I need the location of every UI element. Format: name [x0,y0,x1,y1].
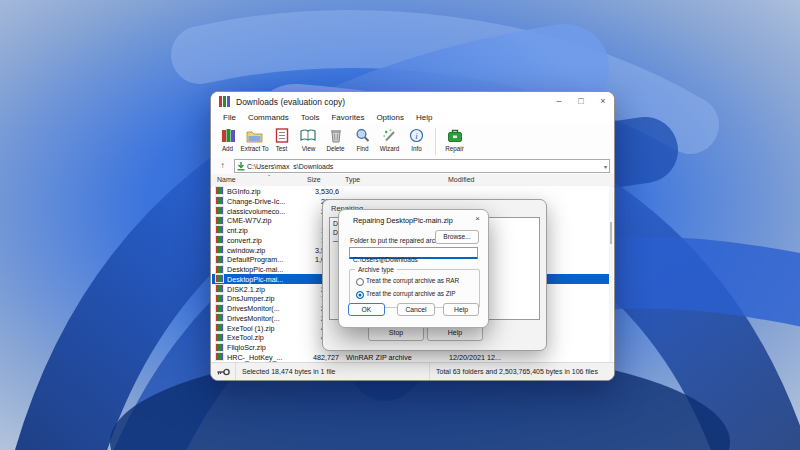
open-book-icon [299,127,319,144]
address-combo[interactable]: ▾ [234,159,610,173]
file-modified: 12/20/2021 12... [449,353,501,362]
file-name: BGInfo.zip [227,187,261,196]
test-button[interactable]: Test [268,127,295,152]
file-name: convert.zip [227,236,262,245]
menu-commands[interactable]: Commands [242,111,295,125]
status-key-cell [211,363,236,380]
title-bar[interactable]: Downloads (evaluation copy) – □ × [211,92,614,111]
scrollbar-thumb[interactable] [610,222,612,244]
menu-tools[interactable]: Tools [295,111,326,125]
toolbar-separator [435,128,436,155]
radio-rar[interactable] [356,278,364,286]
file-row[interactable]: BGInfo.zip3,530,6 [212,186,609,196]
zip-file-icon [216,207,223,214]
radio-zip[interactable] [356,291,364,299]
archive-type-label: Archive type [355,266,397,273]
zip-file-icon [216,353,223,360]
cancel-button[interactable]: Cancel [397,303,435,316]
desktop: Downloads (evaluation copy) – □ × File C… [0,0,800,450]
file-name: HRC-_HotKey_... [227,353,283,362]
radio-rar-label[interactable]: Treat the corrupt archive as RAR [366,277,459,284]
file-row[interactable]: HRC-_HotKey_...482,727WinRAR ZIP archive… [212,352,609,362]
column-header-modified[interactable]: Modified [448,176,474,183]
magic-wand-icon [380,127,400,144]
file-name: DnsJumper.zip [227,294,275,303]
folder-label: Folder to put the repaired archive [350,237,447,244]
folder-input[interactable] [350,255,477,264]
chevron-down-icon: ▾ [604,163,607,170]
vertical-scrollbar[interactable] [609,186,613,362]
file-name: classicvolumeco... [227,207,285,216]
file-size: 482,727 [313,353,339,362]
address-bar: ↑ ▾ [211,158,614,175]
status-bar: Selected 18,474 bytes in 1 file Total 63… [211,362,614,380]
zip-file-icon [216,256,223,263]
zip-file-icon [216,226,223,233]
file-type: WinRAR ZIP archive [346,353,412,362]
menu-options[interactable]: Options [370,111,410,125]
zip-file-icon [216,285,223,292]
file-name: CME-W7V.zip [227,216,271,225]
status-selected-text: Selected 18,474 bytes in 1 file [236,363,430,380]
info-icon: i [407,127,427,144]
zip-file-icon [216,305,223,312]
dialog-help-button[interactable]: Help [443,303,479,316]
radio-zip-label[interactable]: Treat the corrupt archive as ZIP [366,290,456,297]
view-button[interactable]: View [295,127,322,152]
winrar-app-icon [219,96,230,107]
toolbar: Add Extract To Test View [211,125,614,161]
dialog-title: Repairing DesktopPic-main.zip [353,216,453,225]
file-name: Change-Drive-Ic... [227,197,285,206]
dialog-close-icon[interactable]: × [475,214,480,223]
key-icon [217,368,230,376]
file-name: DesktopPic-mai... [227,265,283,274]
zip-file-icon [216,314,223,321]
repair-toolbox-icon [445,127,465,144]
maximize-button[interactable]: □ [570,92,592,111]
ok-button[interactable]: OK [348,303,385,316]
file-name: FliqloScr.zip [227,343,266,352]
repair-button[interactable]: Repair [441,127,468,152]
test-checklist-icon [272,127,292,144]
file-name: cnt.zip [227,226,248,235]
wizard-button[interactable]: Wizard [376,127,403,152]
column-header-name[interactable]: Name [217,176,236,183]
delete-button[interactable]: Delete [322,127,349,152]
address-input[interactable] [245,161,604,171]
file-name: ExeTool (1).zip [227,324,275,333]
close-button[interactable]: × [592,92,614,111]
menu-help[interactable]: Help [410,111,438,125]
stop-button[interactable]: Stop [368,326,424,341]
folder-field[interactable] [349,247,478,259]
column-header-size[interactable]: Size [307,176,321,183]
minimize-button[interactable]: – [548,92,570,111]
progress-help-button[interactable]: Help [427,326,483,341]
status-total-text: Total 63 folders and 2,503,765,405 bytes… [430,363,614,380]
zip-file-icon [216,197,223,204]
column-header-type[interactable]: Type [345,176,360,183]
file-name: DrivesMonitor(... [227,304,280,313]
info-button[interactable]: i Info [403,127,430,152]
folder-icon [245,127,265,144]
zip-file-icon [216,236,223,243]
sort-ascending-icon: ˆ [268,174,270,181]
find-button[interactable]: Find [349,127,376,152]
add-button[interactable]: Add [214,127,241,152]
menu-favorites[interactable]: Favorites [325,111,370,125]
file-name: DISK2.1.zip [227,285,265,294]
zip-file-icon [216,187,223,194]
zip-file-icon [216,334,223,341]
magnifier-icon [353,127,373,144]
up-directory-button[interactable]: ↑ [215,160,230,172]
menu-file[interactable]: File [217,111,242,125]
file-size: 3,530,6 [315,187,339,196]
file-name: DefaultProgram... [227,255,283,264]
extract-to-button[interactable]: Extract To [241,127,268,152]
file-name: ExeTool.zip [227,333,264,342]
window-title: Downloads (evaluation copy) [236,97,548,107]
browse-button[interactable]: Browse... [435,230,479,244]
file-name: DrivesMonitor(... [227,314,280,323]
trash-icon [326,127,346,144]
zip-file-icon [216,324,223,331]
file-name: DesktopPic-mai... [227,275,283,284]
